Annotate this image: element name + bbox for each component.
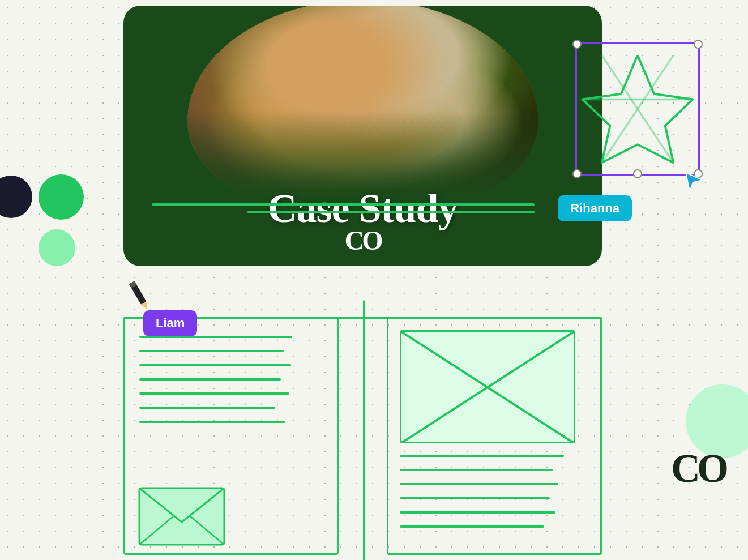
strikethrough-lines — [152, 203, 535, 218]
img-placeholder — [400, 330, 575, 443]
cursor-arrow — [683, 170, 706, 195]
strike-line-2 — [247, 211, 535, 213]
doc-right-line-4 — [400, 497, 550, 499]
doc-right — [387, 317, 602, 555]
doc-right-line-1 — [400, 455, 564, 457]
doc-line-5 — [139, 392, 289, 395]
envelope-sketch — [136, 485, 227, 548]
decorative-circle-dark — [0, 176, 32, 218]
placeholder-x — [401, 332, 574, 443]
doc-line-7 — [139, 421, 285, 423]
rihanna-tag: Rihanna — [558, 195, 632, 221]
doc-line-2 — [139, 350, 284, 352]
doc-right-line-2 — [400, 469, 553, 471]
decorative-circle-green-large — [39, 174, 84, 220]
decorative-circle-green-small — [39, 229, 75, 266]
star-drawing — [577, 44, 698, 174]
selection-box[interactable] — [575, 42, 700, 176]
co-logo-bottom-right: CO — [671, 445, 725, 492]
doc-line-3 — [139, 364, 291, 366]
case-study-card: Case Study CO — [123, 6, 602, 266]
svg-marker-3 — [686, 173, 703, 191]
doc-left — [123, 317, 339, 555]
liam-tag: Liam — [143, 310, 197, 336]
strike-line-1 — [152, 203, 535, 206]
doc-line-6 — [139, 407, 275, 409]
docs-container — [123, 300, 602, 560]
doc-right-line-5 — [400, 511, 555, 514]
svg-rect-7 — [139, 488, 224, 545]
doc-right-line-6 — [400, 525, 544, 528]
docs-divider — [363, 300, 365, 560]
co-logo-card: CO — [345, 225, 381, 256]
doc-line-4 — [139, 378, 281, 381]
doc-right-line-3 — [400, 483, 558, 485]
